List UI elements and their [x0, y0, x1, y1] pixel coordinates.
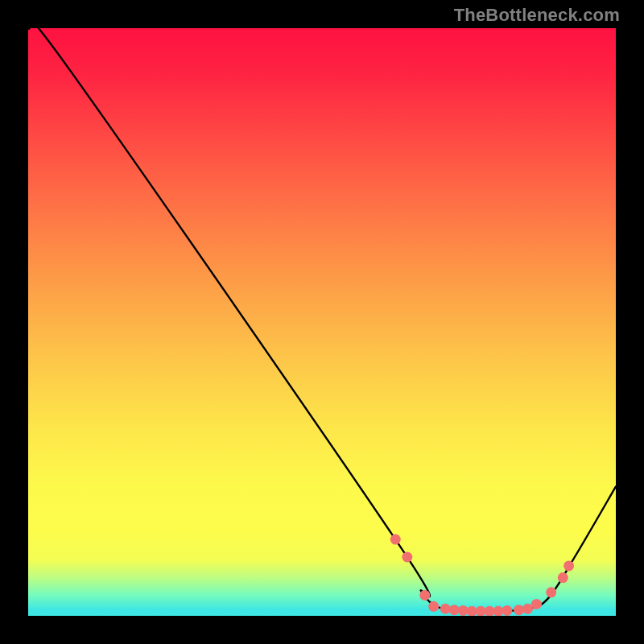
- chart-background-gradient: [28, 28, 616, 616]
- chart-plot-area: [28, 28, 616, 616]
- watermark-text: TheBottleneck.com: [454, 5, 620, 26]
